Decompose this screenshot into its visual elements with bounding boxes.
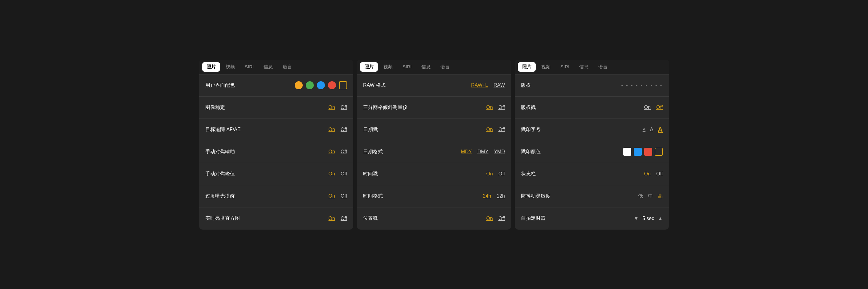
- time-fmt-12h[interactable]: 12h: [497, 193, 505, 199]
- on-button-location-stamp[interactable]: On: [487, 216, 493, 221]
- tab-视频[interactable]: 视频: [221, 62, 239, 72]
- setting-row-stamp-font: 戳印字号AAA: [515, 119, 669, 141]
- sensitivity-中[interactable]: 中: [648, 193, 653, 200]
- setting-label-date-stamp: 日期戳: [363, 127, 487, 133]
- tab-SIRI[interactable]: SIRI: [241, 62, 258, 72]
- font-size-small[interactable]: A: [643, 127, 646, 132]
- on-button-status-bar[interactable]: On: [644, 171, 651, 177]
- tab-照片[interactable]: 照片: [360, 62, 378, 72]
- off-button-manual-focus-peak[interactable]: Off: [341, 171, 347, 177]
- on-button-overexpose-warn[interactable]: On: [329, 193, 335, 199]
- date-fmt-DMY[interactable]: DMY: [477, 149, 489, 154]
- sensitivity-高[interactable]: 高: [658, 193, 663, 200]
- on-button-af-ae[interactable]: On: [329, 127, 335, 132]
- tab-视频[interactable]: 视频: [379, 62, 397, 72]
- font-size-options: AAA: [643, 125, 663, 134]
- panel-panel1: 照片视频SIRI信息语言用户界面配色图像稳定OnOff目标追踪 AF/AEOnO…: [199, 60, 353, 229]
- setting-controls-copyright: - - - - - - - - -: [621, 82, 663, 88]
- off-button-image-stable[interactable]: Off: [341, 105, 347, 110]
- setting-row-manual-focus-assist: 手动对焦辅助OnOff: [199, 141, 353, 163]
- tab-语言[interactable]: 语言: [594, 62, 612, 72]
- panel-panel3: 照片视频SIRI信息语言版权- - - - - - - - -版权戳OnOff戳…: [515, 60, 669, 229]
- tab-信息[interactable]: 信息: [575, 62, 593, 72]
- on-button-image-stable[interactable]: On: [329, 105, 335, 110]
- setting-controls-copyright-stamp: OnOff: [644, 105, 663, 110]
- font-size-large[interactable]: A: [658, 125, 663, 134]
- tab-SIRI[interactable]: SIRI: [556, 62, 574, 72]
- off-button-location-stamp[interactable]: Off: [498, 216, 505, 221]
- off-button-manual-focus-assist[interactable]: Off: [341, 149, 347, 154]
- sensitivity-options: 低中高: [638, 193, 663, 200]
- on-button-copyright-stamp[interactable]: On: [644, 105, 651, 110]
- on-button-grid-tilt[interactable]: On: [487, 105, 493, 110]
- setting-controls-grid-tilt: OnOff: [487, 105, 505, 110]
- setting-row-stabilizer-sensitivity: 防抖动灵敏度低中高: [515, 185, 669, 208]
- setting-label-status-bar: 状态栏: [521, 171, 644, 177]
- setting-row-af-ae: 目标追踪 AF/AEOnOff: [199, 119, 353, 141]
- raw-option-RAW+L[interactable]: RAW+L: [471, 82, 488, 88]
- setting-label-live-histogram: 实时亮度直方图: [205, 215, 329, 222]
- font-size-mid[interactable]: A: [650, 127, 653, 133]
- on-button-manual-focus-assist[interactable]: On: [329, 149, 335, 154]
- color-dot-green[interactable]: [306, 81, 314, 89]
- setting-controls-location-stamp: OnOff: [487, 216, 505, 221]
- off-button-status-bar[interactable]: Off: [656, 171, 663, 177]
- date-fmt-MDY[interactable]: MDY: [461, 149, 472, 154]
- stamp-color-blue[interactable]: [634, 148, 642, 156]
- stamp-color-yellow-outline[interactable]: [655, 148, 663, 156]
- tab-语言[interactable]: 语言: [436, 62, 454, 72]
- setting-controls-date-stamp: OnOff: [487, 127, 505, 132]
- tab-信息[interactable]: 信息: [259, 62, 277, 72]
- setting-controls-time-stamp: OnOff: [487, 171, 505, 177]
- off-button-time-stamp[interactable]: Off: [498, 171, 505, 177]
- setting-controls-date-format: MDYDMYYMD: [461, 149, 505, 154]
- setting-row-location-stamp: 位置戳OnOff: [357, 208, 511, 229]
- off-button-live-histogram[interactable]: Off: [341, 216, 347, 221]
- off-button-grid-tilt[interactable]: Off: [498, 105, 505, 110]
- stamp-color-options: [623, 148, 663, 156]
- setting-row-image-stable: 图像稳定OnOff: [199, 97, 353, 119]
- on-button-date-stamp[interactable]: On: [487, 127, 493, 132]
- stamp-color-red[interactable]: [644, 148, 652, 156]
- on-button-manual-focus-peak[interactable]: On: [329, 171, 335, 177]
- setting-label-stamp-color: 戳印颜色: [521, 149, 623, 155]
- setting-row-time-stamp: 时间戳OnOff: [357, 163, 511, 185]
- off-button-copyright-stamp[interactable]: Off: [656, 105, 663, 110]
- setting-controls-overexpose-warn: OnOff: [329, 193, 347, 199]
- tab-视频[interactable]: 视频: [537, 62, 555, 72]
- on-button-live-histogram[interactable]: On: [329, 216, 335, 221]
- date-fmt-YMD[interactable]: YMD: [494, 149, 505, 154]
- settings-list: 版权- - - - - - - - -版权戳OnOff戳印字号AAA戳印颜色状态…: [515, 74, 669, 229]
- raw-option-RAW[interactable]: RAW: [494, 82, 505, 88]
- sensitivity-低[interactable]: 低: [638, 193, 643, 200]
- color-dot-orange[interactable]: [295, 81, 303, 89]
- on-button-time-stamp[interactable]: On: [487, 171, 493, 177]
- color-dot-blue[interactable]: [317, 81, 325, 89]
- setting-controls-self-timer: ▼5 sec▲: [634, 216, 663, 221]
- time-fmt-24h[interactable]: 24h: [483, 193, 491, 199]
- color-dot-red[interactable]: [328, 81, 336, 89]
- color-dot-yellow-selected[interactable]: [339, 81, 347, 89]
- setting-row-self-timer: 自拍定时器▼5 sec▲: [515, 208, 669, 229]
- tab-信息[interactable]: 信息: [417, 62, 435, 72]
- off-button-date-stamp[interactable]: Off: [498, 127, 505, 132]
- off-button-overexpose-warn[interactable]: Off: [341, 193, 347, 199]
- setting-row-copyright-stamp: 版权戳OnOff: [515, 97, 669, 119]
- raw-options: RAW+LRAW: [471, 82, 505, 88]
- timer-value: 5 sec: [642, 216, 654, 221]
- timer-down-arrow[interactable]: ▼: [634, 216, 639, 221]
- setting-controls-af-ae: OnOff: [329, 127, 347, 132]
- setting-row-date-format: 日期格式MDYDMYYMD: [357, 141, 511, 163]
- tab-照片[interactable]: 照片: [518, 62, 536, 72]
- timer-up-arrow[interactable]: ▲: [658, 216, 663, 221]
- stamp-color-white[interactable]: [623, 148, 631, 156]
- setting-controls-image-stable: OnOff: [329, 105, 347, 110]
- color-dots: [295, 81, 347, 89]
- tab-SIRI[interactable]: SIRI: [398, 62, 416, 72]
- setting-row-ui-color: 用户界面配色: [199, 74, 353, 97]
- setting-label-raw-format: RAW 格式: [363, 82, 471, 88]
- off-button-af-ae[interactable]: Off: [341, 127, 347, 132]
- setting-row-live-histogram: 实时亮度直方图OnOff: [199, 208, 353, 229]
- tab-照片[interactable]: 照片: [202, 62, 220, 72]
- tab-语言[interactable]: 语言: [278, 62, 296, 72]
